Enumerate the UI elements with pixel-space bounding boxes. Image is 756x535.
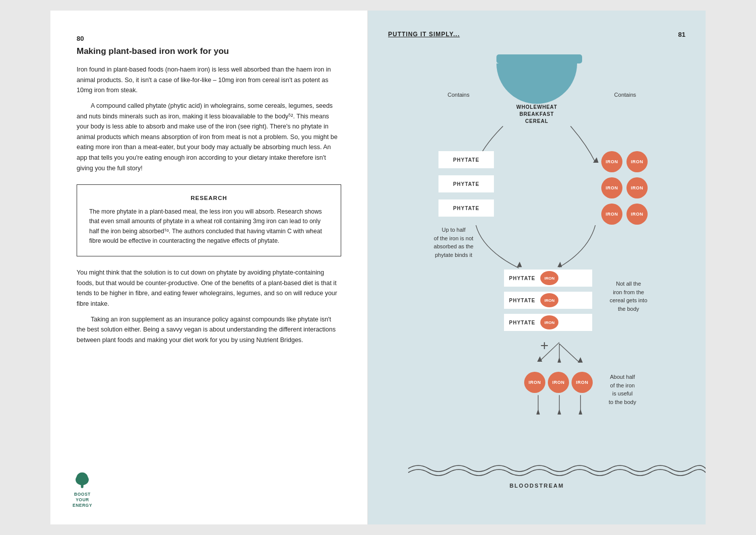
svg-marker-8 (517, 262, 522, 268)
chapter-title: Making plant-based iron work for you (77, 46, 341, 56)
contains-right-label: Contains (614, 92, 636, 98)
research-box: RESEARCH The more phytate in a plant-bas… (77, 184, 341, 256)
research-title: RESEARCH (89, 195, 329, 201)
svg-marker-13 (557, 357, 561, 363)
phytate-box-1: PHYTATE (438, 151, 494, 168)
svg-marker-11 (537, 356, 542, 362)
body-paragraph-3: You might think that the solution is to … (77, 268, 341, 309)
page-header: PUTTING IT SIMPLY... 81 (388, 31, 685, 38)
page-number-left: 80 (77, 35, 341, 42)
svg-marker-21 (579, 409, 582, 415)
diagram: WHOLEWHEAT BREAKFAST CEREAL Contains Con… (388, 50, 685, 504)
iron-small-2: IRON (540, 293, 558, 307)
left-page: 80 Making plant-based iron work for you … (50, 11, 368, 524)
body-paragraph-4: Taking an iron supplement as an insuranc… (77, 314, 341, 346)
bloodstream-waves (403, 458, 706, 479)
bottom-iron-1: IRON (524, 372, 545, 393)
svg-point-5 (78, 473, 87, 482)
svg-marker-17 (536, 409, 540, 415)
bloodstream-area: BLOODSTREAM (403, 458, 670, 489)
iron-circle-r2c1: IRON (601, 177, 622, 198)
iron-circle-r1c2: IRON (626, 151, 648, 172)
svg-marker-15 (578, 357, 583, 363)
annotation-bottom-right: About halfof the ironis usefulto the bod… (587, 373, 658, 406)
cereal-bowl: WHOLEWHEAT BREAKFAST CEREAL (496, 55, 577, 125)
svg-line-14 (559, 344, 580, 363)
research-text: The more phytate in a plant-based meal, … (89, 207, 329, 246)
cereal-label: WHOLEWHEAT BREAKFAST CEREAL (496, 104, 577, 125)
iron-circle-r2c2: IRON (626, 177, 648, 198)
iron-circle-r3c2: IRON (626, 204, 648, 225)
phytate-iron-row-1: PHYTATE IRON (504, 270, 592, 287)
svg-marker-7 (593, 157, 599, 163)
iron-circle-r1c1: IRON (601, 151, 622, 172)
logo-text: BOOST YOUR ENERGY (73, 492, 92, 508)
tree-icon (73, 472, 91, 490)
plus-sign: + (540, 338, 548, 354)
phytate-box-2: PHYTATE (438, 175, 494, 192)
contains-left-label: Contains (448, 92, 469, 98)
body-paragraph-1: Iron found in plant-based foods (non-hae… (77, 64, 341, 96)
bottom-iron-2: IRON (548, 372, 569, 393)
iron-small-3: IRON (540, 315, 558, 329)
svg-marker-9 (557, 262, 562, 268)
phytate-iron-row-2: PHYTATE IRON (504, 292, 592, 309)
annotation-left: Up to halfof the iron is notabsorbed as … (418, 226, 489, 259)
page-number-right: 81 (678, 31, 685, 38)
book-logo-area: BOOST YOUR ENERGY (73, 472, 92, 508)
iron-small-1: IRON (540, 271, 558, 285)
body-paragraph-2: A compound called phytate (phytic acid) … (77, 101, 341, 173)
bowl-rim (496, 54, 582, 63)
svg-marker-19 (557, 409, 561, 415)
svg-rect-2 (81, 484, 84, 488)
phytate-iron-row-3: PHYTATE IRON (504, 314, 592, 331)
right-page: PUTTING IT SIMPLY... 81 (368, 11, 706, 524)
annotation-right: Not all theiron from thecereal gets into… (596, 280, 661, 313)
iron-circle-r3c1: IRON (601, 204, 622, 225)
phytate-box-3: PHYTATE (438, 199, 494, 217)
bloodstream-label: BLOODSTREAM (403, 483, 670, 489)
section-label: PUTTING IT SIMPLY... (388, 31, 460, 38)
bowl-body (496, 63, 577, 104)
